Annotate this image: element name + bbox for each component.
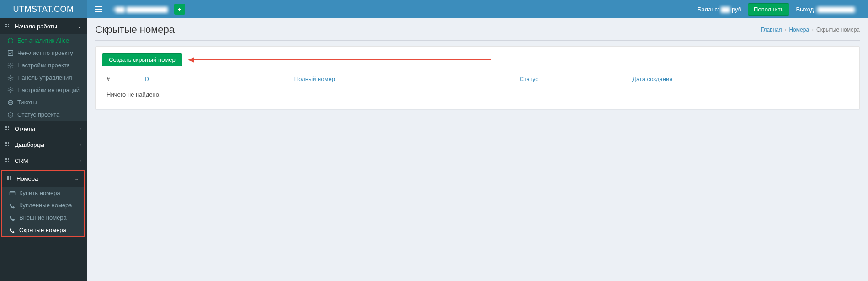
page-title: Скрытые номера <box>95 24 175 36</box>
svg-point-6 <box>10 89 11 91</box>
highlighted-section: Номера ⌄ Купить номера Купленные номера … <box>1 170 85 237</box>
sidebar-group-reports[interactable]: Отчеты ‹ <box>0 121 87 137</box>
col-id[interactable]: ID <box>138 72 290 86</box>
svg-point-4 <box>10 65 11 66</box>
sidebar-item-hidden-numbers[interactable]: Скрытые номера <box>2 224 84 236</box>
sidebar-start-submenu: Бот-аналитик Alice Чек-лист по проекту Н… <box>0 34 87 121</box>
chat-icon <box>6 38 15 44</box>
add-project-button[interactable]: + <box>174 4 185 15</box>
col-index[interactable]: # <box>102 72 138 86</box>
main-box: Создать скрытый номер # ID Полный номер … <box>95 46 860 109</box>
sidebar-item-label: Тикеты <box>17 99 37 106</box>
sidebar-item-external-numbers[interactable]: Внешние номера <box>2 211 84 224</box>
sidebar-toggle[interactable] <box>92 3 105 15</box>
grip-icon <box>5 158 11 164</box>
sidebar-item-project-status[interactable]: ? Статус проекта <box>0 108 87 121</box>
gear-icon <box>6 75 15 81</box>
svg-rect-20 <box>5 161 7 162</box>
check-icon <box>6 50 15 56</box>
gear-icon <box>6 87 15 93</box>
breadcrumb-numbers[interactable]: Номера <box>789 27 809 33</box>
breadcrumb: Главная › Номера › Скрытые номера <box>761 27 860 33</box>
col-created[interactable]: Дата создания <box>628 72 853 86</box>
numbers-table: # ID Полный номер Статус Дата создания Н… <box>102 72 853 103</box>
table-empty-row: Ничего не найдено. <box>102 86 853 103</box>
breadcrumb-sep: › <box>784 27 786 33</box>
sidebar-item-checklist[interactable]: Чек-лист по проекту <box>0 47 87 59</box>
sidebar-group-numbers-label: Номера <box>16 175 38 182</box>
balance-display: Баланс: ▇▇ руб <box>698 6 741 13</box>
sidebar-group-numbers[interactable]: Номера ⌄ <box>2 171 84 187</box>
create-hidden-number-button[interactable]: Создать скрытый номер <box>102 53 182 66</box>
sidebar-item-integration-settings[interactable]: Настройки интеграций <box>0 84 87 96</box>
svg-rect-12 <box>5 129 7 130</box>
sidebar-group-start-label: Начало работы <box>15 23 57 30</box>
chevron-left-icon: ‹ <box>80 126 81 132</box>
phone-icon <box>8 227 16 233</box>
navbar: #▇▇ ▇▇▇▇▇▇▇▇▇ + Баланс: ▇▇ руб Пополнить… <box>87 3 868 16</box>
svg-rect-3 <box>8 26 9 27</box>
svg-rect-19 <box>8 158 9 160</box>
chevron-down-icon: ⌄ <box>75 176 79 182</box>
divider <box>95 40 860 41</box>
chevron-left-icon: ‹ <box>80 158 81 164</box>
sidebar-item-project-settings[interactable]: Настройки проекта <box>0 59 87 71</box>
signout-user: (▇▇▇▇▇▇▇▇) <box>815 6 856 13</box>
topup-button[interactable]: Пополнить <box>748 3 789 16</box>
breadcrumb-current: Скрытые номера <box>816 27 860 33</box>
svg-rect-11 <box>8 126 9 128</box>
col-status[interactable]: Статус <box>515 72 628 86</box>
table-head: # ID Полный номер Статус Дата создания <box>102 72 853 86</box>
svg-rect-2 <box>5 26 7 27</box>
sidebar-group-start[interactable]: Начало работы ⌄ <box>0 18 87 34</box>
svg-rect-23 <box>10 176 11 178</box>
sidebar-group-reports-label: Отчеты <box>15 125 35 132</box>
sidebar-item-label: Панель управления <box>17 74 72 81</box>
sidebar-item-label: Настройки проекта <box>17 62 70 69</box>
gear-icon <box>6 62 15 69</box>
sidebar-item-label: Бот-аналитик Alice <box>17 37 69 44</box>
content-header: Скрытые номера Главная › Номера › Скрыты… <box>87 18 868 40</box>
project-selector[interactable]: #▇▇ ▇▇▇▇▇▇▇▇▇ <box>109 4 171 15</box>
svg-rect-14 <box>5 142 7 144</box>
signout-link[interactable]: Выход (▇▇▇▇▇▇▇▇) <box>796 6 856 13</box>
phone-icon <box>8 202 16 209</box>
sidebar-item-purchased-numbers[interactable]: Купленные номера <box>2 199 84 211</box>
sidebar-group-dashboards-label: Дашборды <box>15 141 44 148</box>
project-name: #▇▇ ▇▇▇▇▇▇▇▇▇ <box>112 6 168 13</box>
arrow-head-icon <box>188 57 194 63</box>
sidebar-group-dashboards[interactable]: Дашборды ‹ <box>0 137 87 153</box>
svg-rect-21 <box>8 161 9 162</box>
chevron-down-icon: ⌄ <box>77 23 81 29</box>
col-full-number[interactable]: Полный номер <box>290 72 515 86</box>
grip-icon <box>5 142 11 148</box>
sidebar-item-bot-alice[interactable]: Бот-аналитик Alice <box>0 34 87 47</box>
brand-logo[interactable]: UTMSTAT.COM <box>0 0 87 18</box>
svg-point-5 <box>10 77 11 79</box>
svg-rect-10 <box>5 126 7 128</box>
grip-icon <box>7 176 13 182</box>
svg-rect-17 <box>8 145 9 146</box>
balance-value: ▇▇ <box>721 6 730 13</box>
sidebar-group-crm-label: CRM <box>15 157 28 164</box>
sidebar-item-buy-numbers[interactable]: Купить номера <box>2 187 84 199</box>
svg-text:?: ? <box>10 113 11 116</box>
sidebar-item-control-panel[interactable]: Панель управления <box>0 71 87 84</box>
sidebar-group-crm[interactable]: CRM ‹ <box>0 153 87 169</box>
balance-currency: руб <box>732 6 741 13</box>
breadcrumb-home[interactable]: Главная <box>761 27 782 33</box>
sidebar-item-label: Купить номера <box>19 189 60 196</box>
sidebar-item-label: Статус проекта <box>17 111 59 118</box>
brand-text: UTMSTAT.COM <box>13 5 74 14</box>
svg-rect-18 <box>5 158 7 160</box>
svg-rect-24 <box>7 178 9 180</box>
svg-rect-25 <box>10 178 11 180</box>
sidebar: Начало работы ⌄ Бот-аналитик Alice Чек-л… <box>0 0 87 281</box>
sidebar-item-tickets[interactable]: Тикеты <box>0 96 87 108</box>
question-icon: ? <box>6 112 15 118</box>
box-body: Создать скрытый номер # ID Полный номер … <box>96 47 859 109</box>
content-wrapper: Скрытые номера Главная › Номера › Скрыты… <box>87 0 868 281</box>
card-icon <box>8 190 16 196</box>
top-header: UTMSTAT.COM #▇▇ ▇▇▇▇▇▇▇▇▇ + Баланс: ▇▇ р… <box>0 0 868 18</box>
navbar-right: Баланс: ▇▇ руб Пополнить Выход (▇▇▇▇▇▇▇▇… <box>698 3 863 16</box>
